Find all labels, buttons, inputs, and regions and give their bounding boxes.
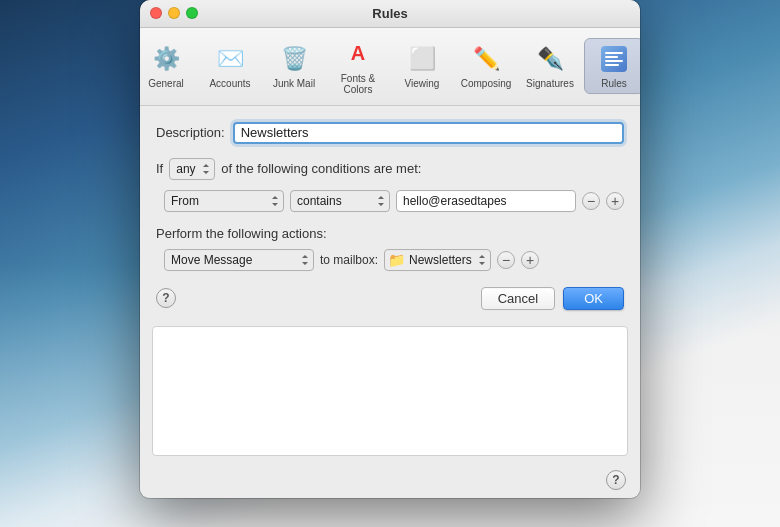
toolbar-item-junk-mail[interactable]: 🗑️ Junk Mail — [264, 39, 324, 93]
toolbar-item-fonts-colors[interactable]: A Fonts & Colors — [328, 34, 388, 99]
if-label: If — [156, 161, 163, 176]
remove-action-button[interactable]: − — [497, 251, 515, 269]
toolbar-item-accounts[interactable]: ✉️ Accounts — [200, 39, 260, 93]
button-group: Cancel OK — [481, 287, 624, 310]
conditions-text: of the following conditions are met: — [221, 161, 421, 176]
cancel-button[interactable]: Cancel — [481, 287, 555, 310]
junk-mail-label: Junk Mail — [273, 78, 315, 89]
toolbar: ⚙️ General ✉️ Accounts 🗑️ Junk Mail A Fo… — [140, 28, 640, 106]
mailbox-wrapper: 📁 Newsletters Inbox Drafts — [384, 249, 491, 271]
toolbar-item-viewing[interactable]: ⬜ Viewing — [392, 39, 452, 93]
traffic-lights — [150, 7, 198, 19]
email-input[interactable] — [396, 190, 576, 212]
close-button[interactable] — [150, 7, 162, 19]
general-label: General — [148, 78, 184, 89]
description-input[interactable] — [233, 122, 624, 144]
condition-row: From To CC Subject Date contains does no… — [156, 190, 624, 212]
minimize-button[interactable] — [168, 7, 180, 19]
toolbar-item-composing[interactable]: ✏️ Composing — [456, 39, 516, 93]
viewing-label: Viewing — [405, 78, 440, 89]
titlebar: Rules — [140, 0, 640, 28]
rules-label: Rules — [601, 78, 627, 89]
from-select[interactable]: From To CC Subject Date — [164, 190, 284, 212]
composing-label: Composing — [461, 78, 512, 89]
ok-button[interactable]: OK — [563, 287, 624, 310]
bottom-row: ? Cancel OK — [156, 287, 624, 310]
window-bottom: ? — [140, 468, 640, 498]
any-select[interactable]: any all — [169, 158, 215, 180]
actions-label: Perform the following actions: — [156, 226, 624, 241]
general-icon: ⚙️ — [150, 43, 182, 75]
viewing-icon: ⬜ — [406, 43, 438, 75]
bottom-help-button[interactable]: ? — [606, 470, 626, 490]
signatures-label: Signatures — [526, 78, 574, 89]
window-title: Rules — [372, 6, 407, 21]
description-label: Description: — [156, 125, 225, 140]
toolbar-item-signatures[interactable]: ✒️ Signatures — [520, 39, 580, 93]
contains-select[interactable]: contains does not contain begins with en… — [290, 190, 390, 212]
accounts-icon: ✉️ — [214, 43, 246, 75]
composing-icon: ✏️ — [470, 43, 502, 75]
rules-icon — [598, 43, 630, 75]
rules-window: Rules ⚙️ General ✉️ Accounts 🗑️ Junk Mai… — [140, 0, 640, 498]
action-select[interactable]: Move Message Copy Message Delete Message… — [164, 249, 314, 271]
mailbox-select[interactable]: Newsletters Inbox Drafts — [384, 249, 491, 271]
description-row: Description: — [156, 122, 624, 144]
junk-mail-icon: 🗑️ — [278, 43, 310, 75]
help-button[interactable]: ? — [156, 288, 176, 308]
lower-content-area — [152, 326, 628, 456]
add-action-button[interactable]: + — [521, 251, 539, 269]
action-row: Move Message Copy Message Delete Message… — [156, 249, 624, 271]
fonts-colors-label: Fonts & Colors — [336, 73, 380, 95]
remove-condition-button[interactable]: − — [582, 192, 600, 210]
signatures-icon: ✒️ — [534, 43, 566, 75]
if-row: If any all of the following conditions a… — [156, 158, 624, 180]
content-area: Description: If any all of the following… — [140, 106, 640, 326]
toolbar-item-general[interactable]: ⚙️ General — [140, 39, 196, 93]
to-mailbox-label: to mailbox: — [320, 253, 378, 267]
add-condition-button[interactable]: + — [606, 192, 624, 210]
accounts-label: Accounts — [209, 78, 250, 89]
toolbar-item-rules[interactable]: Rules — [584, 38, 640, 94]
fonts-colors-icon: A — [342, 38, 374, 70]
maximize-button[interactable] — [186, 7, 198, 19]
